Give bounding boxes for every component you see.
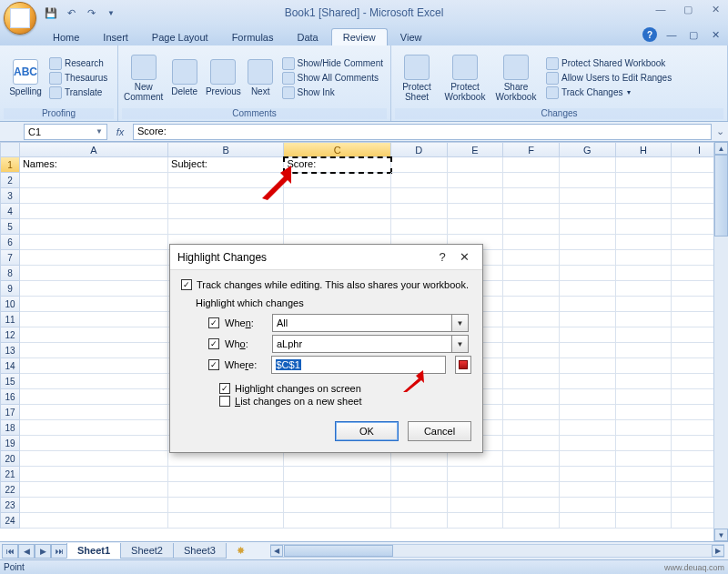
vertical-scrollbar[interactable]: ▲ ▼ [713,142,728,541]
scroll-down-button[interactable]: ▼ [714,529,728,541]
fx-icon[interactable]: fx [107,126,133,137]
row-header[interactable]: 13 [0,343,20,358]
cell[interactable] [560,420,616,436]
restore-workbook-icon[interactable]: ▢ [686,27,701,42]
list-sheet-checkbox[interactable] [219,396,230,407]
qat-customize-icon[interactable]: ▼ [102,4,120,22]
row-header[interactable]: 9 [0,281,20,297]
cell[interactable] [20,420,168,436]
cell[interactable] [616,498,672,513]
show-ink-button[interactable]: Show Ink [282,86,383,99]
row-header[interactable]: 20 [0,451,20,467]
tab-nav-first[interactable]: ⏮ [2,544,18,559]
cell[interactable] [20,451,168,467]
cell[interactable] [560,498,616,513]
highlight-screen-checkbox[interactable]: ✓ [219,383,230,394]
tab-home[interactable]: Home [42,29,90,45]
cell[interactable] [391,204,448,219]
office-button[interactable] [4,2,36,35]
cell[interactable] [616,451,672,467]
row-header[interactable]: 1 [0,157,20,173]
cell[interactable] [560,327,616,343]
dialog-close-button[interactable]: ✕ [453,250,475,264]
cell[interactable] [284,513,390,529]
minimize-button[interactable]: — [652,4,670,15]
allow-users-button[interactable]: Allow Users to Edit Ranges [546,72,672,85]
translate-button[interactable]: Translate [49,86,107,99]
close-workbook-icon[interactable]: ✕ [708,27,723,42]
cell[interactable] [503,327,560,343]
cell[interactable] [560,235,616,250]
who-dropdown[interactable]: aLphr [272,335,452,353]
cell[interactable] [391,219,448,235]
dialog-help-button[interactable]: ? [431,250,453,264]
cell[interactable] [168,467,284,482]
cell[interactable] [616,374,672,389]
cell[interactable] [503,188,560,204]
cell[interactable] [448,157,504,173]
cell[interactable] [616,436,672,451]
cell[interactable] [448,451,504,467]
cell[interactable] [20,467,168,482]
cell[interactable] [20,405,168,420]
cell[interactable] [284,482,390,498]
cell[interactable] [448,513,504,529]
tab-formulas[interactable]: Formulas [221,29,285,45]
row-header[interactable]: 24 [0,513,20,529]
tab-insert[interactable]: Insert [92,29,139,45]
cell[interactable] [448,188,504,204]
delete-comment-button[interactable]: Delete [167,57,202,98]
cell[interactable] [503,312,560,327]
row-header[interactable]: 14 [0,358,20,374]
cell[interactable] [20,204,168,219]
cell[interactable] [503,235,560,250]
previous-comment-button[interactable]: Previous [204,57,243,98]
cell[interactable] [560,374,616,389]
when-dropdown-button[interactable]: ▼ [452,314,469,332]
cell[interactable] [168,513,284,529]
cell[interactable] [616,297,672,312]
track-changes-checkbox[interactable]: ✓ [181,279,192,290]
sheet-tab-1[interactable]: Sheet1 [66,543,121,559]
row-header[interactable]: 6 [0,235,20,250]
cell[interactable] [560,343,616,358]
ok-button[interactable]: OK [335,421,399,441]
cell[interactable] [560,451,616,467]
cell[interactable] [168,219,284,235]
maximize-button[interactable]: ▢ [679,4,697,15]
cell[interactable] [20,297,168,312]
cell[interactable] [20,436,168,451]
cell[interactable] [284,498,390,513]
cell[interactable] [503,219,560,235]
cell[interactable] [503,343,560,358]
row-header[interactable]: 16 [0,389,20,405]
col-header-c[interactable]: C [284,142,390,157]
cell[interactable] [560,204,616,219]
who-checkbox[interactable]: ✓ [208,338,219,349]
horizontal-scrollbar[interactable]: ◀ ▶ [270,544,724,558]
track-changes-button[interactable]: Track Changes▾ [546,86,672,99]
cell[interactable] [20,266,168,281]
row-header[interactable]: 10 [0,297,20,312]
cell[interactable] [168,498,284,513]
cell[interactable] [448,498,504,513]
sheet-tab-2[interactable]: Sheet2 [120,543,174,559]
cell[interactable] [20,327,168,343]
cell[interactable] [391,482,448,498]
row-header[interactable]: 17 [0,405,20,420]
cell[interactable]: Score: [284,157,390,173]
row-header[interactable]: 15 [0,374,20,389]
scroll-right-button[interactable]: ▶ [712,545,724,557]
protect-sheet-button[interactable]: Protect Sheet [395,53,439,104]
cell[interactable] [503,204,560,219]
cell[interactable] [503,157,560,173]
row-header[interactable]: 2 [0,173,20,188]
cell[interactable] [20,235,168,250]
undo-icon[interactable]: ↶ [62,4,80,22]
cell[interactable] [448,219,504,235]
cell[interactable] [560,188,616,204]
cell[interactable] [616,327,672,343]
save-icon[interactable]: 💾 [42,4,60,22]
show-all-comments-button[interactable]: Show All Comments [282,72,383,85]
protect-shared-button[interactable]: Protect Shared Workbook [546,57,672,70]
